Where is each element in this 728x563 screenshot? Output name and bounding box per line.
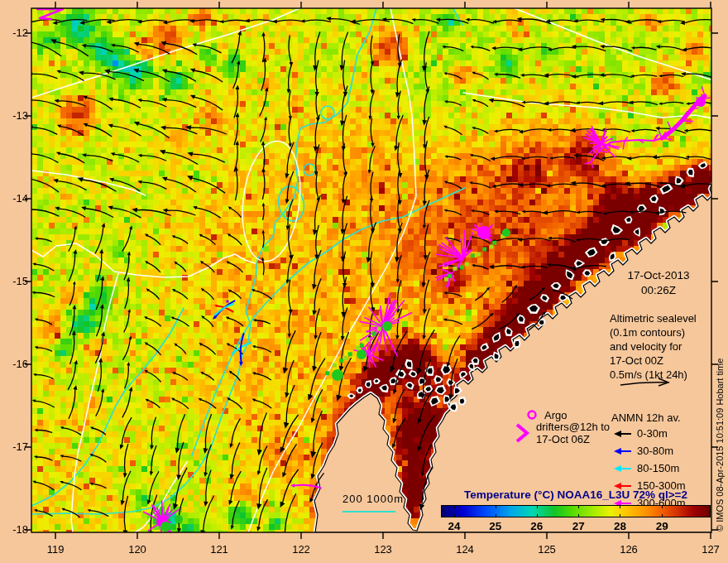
colorbar-tick-mark <box>454 514 455 517</box>
drifter-chevron-icon <box>515 422 531 444</box>
isobath-label: 200 1000m <box>342 493 404 505</box>
depth-arrow-icon <box>612 430 632 438</box>
colorbar-tick-mark <box>496 505 496 508</box>
drifter-label-line2: 17-Oct 06Z <box>536 433 610 445</box>
colorbar-tick-mark <box>662 505 663 508</box>
lat-tick-label: -14 <box>2 192 28 205</box>
lon-tick-label: 125 <box>538 543 556 556</box>
colorbar-tick-mark <box>662 514 663 517</box>
colorbar-title: Temperature (°C) NOAA16_L3U 72% ql>=2 <box>433 488 719 501</box>
colorbar-tick-mark <box>578 514 579 517</box>
anmn-entry: 0-30m <box>612 425 686 442</box>
altimetric-note: Altimetric sealevel(0.1m contours)and ve… <box>610 311 697 382</box>
lon-tick-label: 120 <box>128 543 146 556</box>
altimetric-note-line: 17-Oct 00Z <box>610 354 697 368</box>
lat-tick-label: -12 <box>2 26 28 39</box>
velocity-scale-arrow-icon <box>619 377 683 390</box>
altimetric-note-line: and velocity for <box>610 339 697 354</box>
depth-arrow-icon <box>612 447 632 455</box>
lat-tick-label: -16 <box>2 358 28 370</box>
oceancurrent-map-figure: 119120121122123124125126127 -12-13-14-15… <box>0 0 728 563</box>
lon-tick-label: 126 <box>620 543 638 556</box>
depth-arrow-icon <box>612 464 632 473</box>
lon-tick-label: 121 <box>210 543 228 556</box>
anmn-entry: 30-80m <box>612 442 686 460</box>
map-date: 17-Oct-2013 <box>601 268 716 283</box>
map-time: 00:26Z <box>601 283 716 298</box>
colorbar-tick: 26 <box>530 520 543 532</box>
colorbar-tick: 27 <box>572 520 585 532</box>
lat-tick-label: -15 <box>2 275 28 287</box>
colorbar-tick: 24 <box>448 520 460 532</box>
colorbar-tick-mark <box>454 505 455 508</box>
lon-tick-label: 127 <box>702 543 720 556</box>
lon-tick-label: 123 <box>374 543 392 556</box>
lon-tick-label: 122 <box>292 543 310 556</box>
timestamp-block: 17-Oct-2013 00:26Z <box>601 268 716 298</box>
depth-range-label: 30-80m <box>637 445 673 457</box>
lon-tick-label: 124 <box>456 543 474 556</box>
colorbar-tick-mark <box>578 505 579 508</box>
altimetric-note-line: (0.1m contours) <box>610 325 697 339</box>
altimetric-note-line: Altimetric sealevel <box>610 311 697 325</box>
drifter-legend: drifters@12h to 17-Oct 06Z <box>536 421 610 445</box>
colorbar-tick-mark <box>496 514 496 517</box>
colorbar-tick-mark <box>620 505 620 508</box>
anmn-entry: 80-150m <box>612 460 686 477</box>
colorbar-tick-mark <box>537 505 538 508</box>
isobath-line-sample <box>342 511 395 512</box>
colorbar-tick-mark <box>537 514 538 517</box>
temperature-colorbar <box>441 505 711 517</box>
lat-tick-label: -18 <box>2 523 28 536</box>
colorbar-tick: 25 <box>489 520 501 532</box>
lat-tick-label: -17 <box>2 440 28 453</box>
colorbar-tick: 29 <box>656 520 668 532</box>
depth-range-label: 0-30m <box>637 427 668 440</box>
colorbar-tick: 28 <box>614 520 626 532</box>
anmn-title: ANMN 12h av. <box>611 411 681 424</box>
colorbar-tick-mark <box>620 514 620 517</box>
lat-tick-label: -13 <box>2 109 28 122</box>
argo-icon <box>526 409 538 421</box>
argo-label: Argo <box>544 409 567 421</box>
depth-range-label: 80-150m <box>637 462 679 474</box>
lon-tick-label: 119 <box>47 543 65 556</box>
drifter-label-line1: drifters@12h to <box>536 421 610 433</box>
copyright-text: © IMOS 08-Apr-2015 10:51:09 Hobart time <box>715 358 725 532</box>
